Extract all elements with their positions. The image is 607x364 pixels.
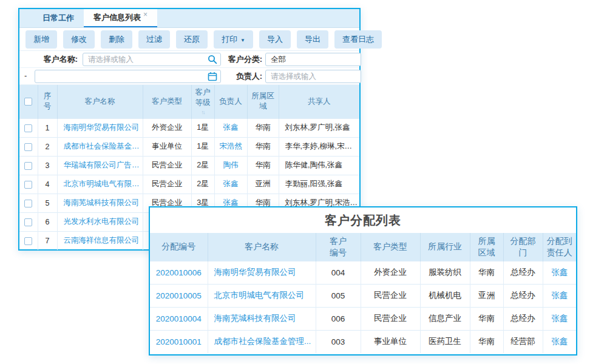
customer-name-link[interactable]: 北京市明城电气有限公司: [57, 175, 143, 194]
date-to-input[interactable]: [35, 70, 221, 83]
industry-cell: 医药卫生: [420, 330, 470, 353]
customer-level-cell: 2星: [191, 175, 214, 194]
row-checkbox[interactable]: [24, 237, 32, 245]
row-checkbox[interactable]: [24, 200, 32, 207]
filter-row-1: 客户名称: 客户分类:: [19, 51, 359, 68]
row-checkbox[interactable]: [24, 162, 32, 170]
customer-category-label: 客户分类:: [220, 54, 262, 65]
col-header-customer-type: 客户类型: [143, 85, 191, 118]
owner-input[interactable]: [265, 70, 361, 83]
customer-name-input[interactable]: [83, 53, 221, 66]
assignee-link[interactable]: 张鑫: [543, 284, 576, 307]
customer-name-link[interactable]: 海南芜城科技有限公司: [57, 194, 143, 212]
assignee-link[interactable]: 张鑫: [543, 307, 576, 330]
customer-category-select[interactable]: [265, 53, 361, 66]
seq-cell: 2: [38, 137, 57, 156]
restore-button[interactable]: 还原: [176, 30, 208, 49]
tab-bar: 日常工作 客户信息列表 ×: [19, 9, 359, 28]
delete-button[interactable]: 删除: [101, 30, 132, 49]
view-log-button[interactable]: 查看日志: [334, 30, 382, 49]
customer-name-link[interactable]: 成都市社会保险基金管理...: [57, 137, 143, 156]
assignee-link[interactable]: 张鑫: [543, 261, 576, 284]
dept-cell: 经营部: [503, 330, 543, 353]
allocation-panel: 客户分配列表 分配编号 客户名称 客户 编号 客户类型 所属行业 所属 区域 分…: [149, 206, 577, 356]
seq-cell: 5: [38, 194, 57, 212]
tab-label: 日常工作: [42, 13, 74, 24]
customer-no-cell: 004: [316, 261, 361, 284]
customer-name-link[interactable]: 云南海祥信息有限公司: [57, 231, 143, 250]
sort-icon[interactable]: ↑↓: [192, 109, 214, 116]
table-row: 2 成都市社会保险基金管理... 事业单位 1星 宋浩然 华南 李华,李婷,柳琳…: [19, 137, 359, 156]
checkbox-cell: [19, 137, 38, 156]
allocation-title: 客户分配列表: [150, 207, 576, 233]
modify-button[interactable]: 修改: [63, 30, 95, 49]
region-cell: 华南: [247, 118, 279, 137]
alloc-no-link[interactable]: 2020010004: [150, 307, 208, 330]
owner-link[interactable]: 陶伟: [214, 156, 247, 175]
customer-name-link[interactable]: 华瑞城有限公司广告设计部: [57, 156, 143, 175]
table-row: 2020010001 成都市社会保险基金管理... 003 事业单位 医药卫生 …: [150, 330, 576, 353]
customer-name-link[interactable]: 北京市明城电气有限公司: [208, 284, 316, 307]
table-row: 2020010005 北京市明城电气有限公司 005 民营企业 机械机电 亚洲 …: [150, 284, 576, 307]
alloc-no-link[interactable]: 2020010006: [150, 261, 208, 284]
alloc-no-link[interactable]: 2020010005: [150, 284, 208, 307]
customer-level-cell: 2星: [191, 156, 214, 175]
col-header-customer-level: 客户 等级↑↓: [191, 85, 214, 118]
shared-cell: 李华,李婷,柳琳,宋浩然,张鑫: [279, 137, 359, 156]
filter-button[interactable]: 过滤: [138, 30, 170, 49]
date-range-separator: -: [24, 71, 27, 80]
row-checkbox[interactable]: [24, 124, 32, 132]
assignee-link[interactable]: 张鑫: [543, 330, 576, 353]
customer-level-cell: 1星: [191, 137, 214, 156]
table-row: 3 华瑞城有限公司广告设计部 民营企业 2星 陶伟 华南 陈华健,陶伟,张鑫: [19, 156, 359, 175]
export-button[interactable]: 导出: [297, 30, 328, 49]
customer-type-cell: 民营企业: [361, 284, 420, 307]
row-checkbox[interactable]: [24, 181, 32, 189]
table-row: 1 海南明华贸易有限公司 外资企业 1星 张鑫 华南 刘东林,罗广明,张鑫: [19, 118, 359, 137]
calendar-icon[interactable]: [208, 72, 217, 81]
dept-cell: 总经办: [503, 284, 543, 307]
industry-cell: 服装纺织: [420, 261, 470, 284]
owner-link[interactable]: 张鑫: [214, 118, 247, 137]
tab-customer-info-list[interactable]: 客户信息列表 ×: [84, 9, 157, 27]
customer-type-cell: 事业单位: [361, 330, 420, 353]
alloc-no-link[interactable]: 2020010001: [150, 330, 208, 353]
owner-link[interactable]: 宋浩然: [214, 137, 247, 156]
region-cell: 华南: [247, 156, 279, 175]
customer-no-cell: 005: [316, 284, 361, 307]
customer-name-link[interactable]: 光发水利水电有限公司: [57, 212, 143, 231]
col-header-assignee: 分配到 责任人: [543, 233, 576, 261]
checkbox-cell: [19, 156, 38, 175]
checkbox-cell: [19, 175, 38, 194]
header-row: 序 号 客户名称 客户类型 客户 等级↑↓ 负责人 所属区 域 共享人: [19, 85, 359, 118]
customer-type-cell: 民营企业: [143, 175, 191, 194]
region-cell: 华南: [470, 261, 503, 284]
col-header-select-all: [19, 85, 38, 118]
industry-cell: 机械机电: [420, 284, 470, 307]
customer-no-cell: 006: [316, 307, 361, 330]
customer-name-link[interactable]: 海南芜城科技有限公司: [208, 307, 316, 330]
seq-cell: 3: [38, 156, 57, 175]
seq-cell: 6: [38, 212, 57, 231]
owner-link[interactable]: 张鑫: [214, 175, 247, 194]
customer-name-link[interactable]: 海南明华贸易有限公司: [208, 261, 316, 284]
col-header-shared: 共享人: [279, 85, 359, 118]
close-icon[interactable]: ×: [143, 10, 148, 19]
add-button[interactable]: 新增: [25, 30, 57, 49]
row-checkbox[interactable]: [24, 218, 32, 226]
seq-cell: 7: [38, 231, 57, 250]
col-header-industry: 所属行业: [420, 233, 470, 261]
import-button[interactable]: 导入: [259, 30, 291, 49]
customer-no-cell: 003: [316, 330, 361, 353]
select-all-checkbox[interactable]: [24, 98, 32, 106]
region-cell: 亚洲: [247, 175, 279, 194]
row-checkbox[interactable]: [24, 143, 32, 151]
toolbar: 新增 修改 删除 过滤 还原 打印▼ 导入 导出 查看日志: [19, 28, 359, 51]
shared-cell: 陈华健,陶伟,张鑫: [279, 156, 359, 175]
customer-type-cell: 民营企业: [143, 156, 191, 175]
customer-name-link[interactable]: 海南明华贸易有限公司: [57, 118, 143, 137]
print-button[interactable]: 打印▼: [214, 30, 253, 49]
search-icon[interactable]: [208, 55, 217, 64]
customer-name-link[interactable]: 成都市社会保险基金管理...: [208, 330, 316, 353]
tab-daily-work[interactable]: 日常工作: [33, 9, 84, 27]
